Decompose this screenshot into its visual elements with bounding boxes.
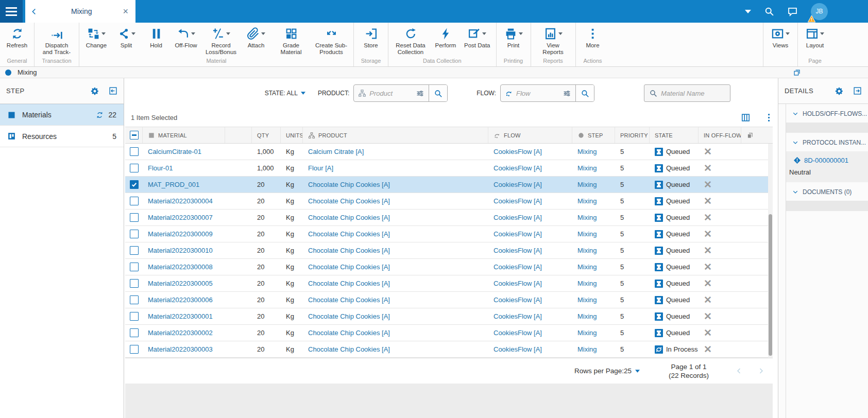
step-link[interactable]: Mixing <box>577 280 597 287</box>
column-header-product[interactable]: PRODUCT <box>303 127 488 143</box>
material-link[interactable]: Material20220300009 <box>148 230 213 238</box>
row-checkbox[interactable] <box>130 312 139 321</box>
dropdown-caret-icon[interactable] <box>482 32 486 35</box>
material-link[interactable]: Flour-01 <box>148 164 173 172</box>
table-row[interactable]: MAT_PROD_00120KgChocolate Chip Cookies [… <box>125 177 773 193</box>
more-button[interactable]: More <box>578 26 608 49</box>
row-checkbox[interactable] <box>130 279 139 288</box>
open-window-icon[interactable] <box>793 69 801 76</box>
material-link[interactable]: Material20220300003 <box>148 345 213 353</box>
row-checkbox[interactable] <box>130 164 139 172</box>
row-checkbox[interactable] <box>130 246 139 255</box>
collapse-left-icon[interactable] <box>109 86 117 95</box>
search-icon[interactable] <box>764 6 774 16</box>
dropdown-caret-icon[interactable] <box>261 32 265 35</box>
perform-button[interactable]: Perform <box>431 26 461 49</box>
collapse-right-icon[interactable] <box>853 86 862 95</box>
product-link[interactable]: Calcium Citrate [A] <box>308 148 364 155</box>
dropdown-caret-icon[interactable] <box>786 32 790 35</box>
material-link[interactable]: Material20220300001 <box>148 312 213 320</box>
chat-icon[interactable] <box>787 6 798 17</box>
section-documents[interactable]: DOCUMENTS (0) <box>786 182 868 201</box>
scrollbar-thumb[interactable] <box>769 214 772 356</box>
table-row[interactable]: Flour-011,000KgFlour [A]CookiesFlow [A]M… <box>125 160 773 177</box>
step-link[interactable]: Mixing <box>577 296 597 304</box>
step-link[interactable]: Mixing <box>577 164 597 172</box>
table-row[interactable]: CalciumCitrate-011,000KgCalcium Citrate … <box>125 144 773 160</box>
material-link[interactable]: Material20220300010 <box>148 247 213 254</box>
grade-material-button[interactable]: Grade Material <box>271 26 311 55</box>
step-link[interactable]: Mixing <box>577 197 597 205</box>
view-reports-button[interactable]: View Reports <box>533 26 573 55</box>
tab-mixing[interactable]: Mixing × <box>25 0 135 23</box>
flow-filter-input[interactable] <box>516 90 559 97</box>
change-button[interactable]: Change <box>81 26 111 49</box>
column-header-state[interactable]: STATE <box>650 127 699 143</box>
reset-data-collection-button[interactable]: Reset Data Collection <box>390 26 431 55</box>
refresh-count-icon[interactable] <box>96 111 104 119</box>
column-header-qty[interactable]: QTY <box>252 127 281 143</box>
layout-button[interactable]: Layout <box>800 26 830 49</box>
flow-link[interactable]: CookiesFlow [A] <box>493 230 542 238</box>
print-button[interactable]: Print <box>499 26 529 49</box>
table-row[interactable]: Material2022030001020KgChocolate Chip Co… <box>125 242 773 259</box>
row-checkbox[interactable] <box>130 230 139 238</box>
dropdown-caret-icon[interactable] <box>191 32 195 35</box>
step-link[interactable]: Mixing <box>577 247 597 254</box>
column-header-in-off-flow[interactable]: IN OFF-FLOW <box>699 127 741 143</box>
product-search-button[interactable] <box>429 85 447 101</box>
table-row[interactable]: Material2022030000420KgChocolate Chip Co… <box>125 193 773 210</box>
previous-page-icon[interactable] <box>736 368 742 374</box>
dropdown-caret-icon[interactable] <box>519 32 523 35</box>
post-data-button[interactable]: Post Data <box>461 26 494 49</box>
table-row[interactable]: Material2022030000620KgChocolate Chip Co… <box>125 292 773 308</box>
product-link[interactable]: Chocolate Chip Cookies [A] <box>308 181 390 188</box>
material-link[interactable]: Material20220300006 <box>148 296 213 304</box>
material-link[interactable]: Material20220300008 <box>148 263 213 271</box>
table-row[interactable]: Material2022030000320KgChocolate Chip Co… <box>125 341 773 358</box>
row-checkbox[interactable] <box>130 295 139 304</box>
step-link[interactable]: Mixing <box>577 230 597 238</box>
section-protocol-instances[interactable]: PROTOCOL INSTAN... <box>786 133 868 151</box>
product-link[interactable]: Chocolate Chip Cookies [A] <box>308 247 390 254</box>
flow-link[interactable]: CookiesFlow [A] <box>493 164 542 172</box>
flow-link[interactable]: CookiesFlow [A] <box>493 263 542 271</box>
create-sub-products-button[interactable]: Create Sub-Products <box>311 26 351 55</box>
flow-link[interactable]: CookiesFlow [A] <box>493 197 542 205</box>
tab-close-icon[interactable]: × <box>121 6 130 17</box>
material-link[interactable]: Material20220300005 <box>148 280 213 287</box>
flow-link[interactable]: CookiesFlow [A] <box>493 280 542 287</box>
row-checkbox[interactable] <box>130 263 139 271</box>
dispatch-and-track-button[interactable]: Dispatch and Track- <box>37 26 77 55</box>
sidebar-item-resources[interactable]: Resources5 <box>0 126 124 147</box>
dropdown-caret-icon[interactable] <box>101 32 106 35</box>
row-checkbox[interactable] <box>130 213 139 222</box>
remove-off-flow-icon[interactable]: ✕ <box>699 177 741 193</box>
flow-link[interactable]: CookiesFlow [A] <box>493 247 542 254</box>
remove-off-flow-icon[interactable]: ✕ <box>699 242 741 258</box>
material-link[interactable]: Material20220300002 <box>148 329 213 337</box>
tab-back-icon[interactable] <box>30 8 38 15</box>
material-link[interactable]: MAT_PROD_001 <box>148 181 199 188</box>
product-link[interactable]: Chocolate Chip Cookies [A] <box>308 329 390 337</box>
column-header-units[interactable]: UNITS <box>281 127 303 143</box>
dropdown-caret-icon[interactable] <box>226 32 230 35</box>
row-checkbox[interactable] <box>130 328 139 337</box>
table-row[interactable]: Material2022030000120KgChocolate Chip Co… <box>125 308 773 325</box>
remove-off-flow-icon[interactable]: ✕ <box>699 341 741 357</box>
material-link[interactable]: CalciumCitrate-01 <box>148 148 201 155</box>
product-link[interactable]: Chocolate Chip Cookies [A] <box>308 280 390 287</box>
dropdown-caret-icon[interactable] <box>131 32 135 35</box>
flow-link[interactable]: CookiesFlow [A] <box>493 296 542 304</box>
step-link[interactable]: Mixing <box>577 214 597 221</box>
product-link[interactable]: Chocolate Chip Cookies [A] <box>308 296 390 304</box>
product-filter-input[interactable] <box>369 90 413 97</box>
remove-off-flow-icon[interactable]: ✕ <box>699 259 741 275</box>
product-link[interactable]: Chocolate Chip Cookies [A] <box>308 230 390 238</box>
row-checkbox[interactable] <box>130 197 139 205</box>
step-link[interactable]: Mixing <box>577 181 597 188</box>
next-page-icon[interactable] <box>758 368 764 374</box>
remove-off-flow-icon[interactable]: ✕ <box>699 308 741 324</box>
column-header-priority[interactable]: PRIORITY <box>615 127 650 143</box>
remove-off-flow-icon[interactable]: ✕ <box>699 144 741 160</box>
